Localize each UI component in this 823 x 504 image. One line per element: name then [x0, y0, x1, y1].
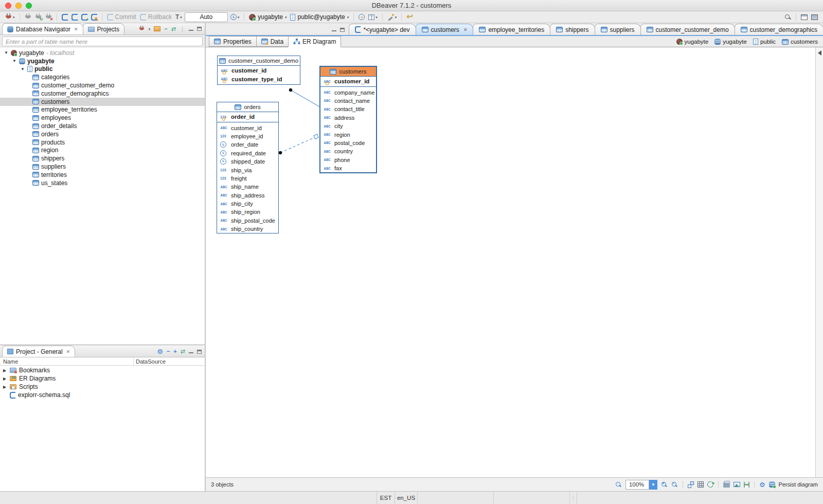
chevron-down-icon[interactable]: ▾	[149, 27, 151, 31]
minimize-view-icon[interactable]	[189, 350, 193, 353]
tree-item[interactable]: ▼ public	[0, 65, 205, 74]
tab-projects[interactable]: Projects	[83, 23, 124, 34]
table-filter-input[interactable]	[2, 37, 203, 46]
new-connection-button[interactable]: ▾	[4, 12, 16, 22]
search-button[interactable]	[783, 12, 792, 22]
editor-tab[interactable]: customers ✕	[416, 24, 474, 35]
er-diagram-canvas[interactable]: customer_customer_demo customer_id	[206, 47, 823, 477]
zoom-window-button[interactable]	[26, 3, 32, 9]
tab-project-general[interactable]: Project - General ✕	[2, 346, 75, 357]
zoom-out-icon[interactable]: −	[671, 481, 678, 488]
close-window-button[interactable]	[5, 3, 11, 9]
entity-column-row[interactable]: required_date	[217, 149, 278, 157]
connection-selector[interactable]: yugabyte▾	[248, 12, 288, 22]
minimize-view-icon[interactable]	[189, 27, 193, 31]
entity-column-row[interactable]: customer_id	[218, 66, 300, 75]
entity-header[interactable]: customer_customer_demo	[218, 56, 300, 66]
close-icon[interactable]: ✕	[463, 27, 468, 32]
maximize-view-icon[interactable]	[197, 27, 202, 31]
layout-button[interactable]: ▾	[367, 12, 379, 22]
tree-item[interactable]: ▼ products	[0, 138, 205, 147]
disclosure-triangle-icon[interactable]: ▼	[12, 59, 17, 63]
tree-item[interactable]: ▼ us_states	[0, 179, 205, 187]
disclosure-triangle-icon[interactable]: ▼	[4, 50, 9, 55]
editor-tab[interactable]: shippers ✕	[550, 24, 595, 35]
connect-button[interactable]	[24, 12, 32, 22]
editor-tab[interactable]: customer_demographics ✕	[735, 24, 823, 35]
transaction-log-button[interactable]: T▾	[174, 12, 183, 22]
link-icon[interactable]: ⇄	[181, 349, 185, 354]
disconnect-button[interactable]: ✕	[44, 12, 53, 22]
export-image-icon[interactable]	[733, 482, 740, 487]
entity-column-row[interactable]: postal_code	[320, 139, 376, 147]
tree-item[interactable]: ▼ customer_demographics	[0, 89, 205, 98]
add-icon[interactable]: +	[173, 349, 176, 354]
er-entity-customer-customer-demo[interactable]: customer_customer_demo customer_id	[217, 56, 300, 85]
editor-subtab[interactable]: Data	[256, 36, 289, 47]
dbeaver-perspective-button[interactable]	[810, 12, 819, 22]
tree-item[interactable]: ▼ orders	[0, 130, 205, 138]
zoom-level-value[interactable]: 100%	[625, 480, 649, 490]
maximize-view-icon[interactable]	[197, 350, 202, 354]
new-sql-editor-button[interactable]: +	[80, 12, 88, 22]
breadcrumb-item[interactable]: public	[753, 39, 776, 45]
column-header-datasource[interactable]: DataSource	[134, 357, 205, 365]
entity-column-row[interactable]: order_id	[217, 113, 278, 121]
search-items-icon[interactable]	[615, 481, 622, 488]
editor-subtab[interactable]: ER Diagram	[288, 36, 341, 47]
entity-column-row[interactable]: ship_postal_code	[217, 217, 278, 225]
editor-tab[interactable]: employee_territories ✕	[473, 24, 550, 35]
sql-editor-button[interactable]	[61, 12, 69, 22]
entity-column-row[interactable]: shipped_date	[217, 157, 278, 166]
er-entity-orders[interactable]: orders order_id	[217, 102, 279, 233]
entity-column-row[interactable]: ship_region	[217, 208, 278, 216]
project-tree-item[interactable]: ▶ explorr-schema.sql	[0, 391, 205, 399]
tree-item[interactable]: ▼ yugabyte	[0, 57, 205, 65]
tree-item[interactable]: ▼ customers	[0, 98, 205, 106]
breadcrumb-item[interactable]: yugabyte	[676, 39, 709, 45]
entity-column-row[interactable]: address	[320, 114, 376, 122]
commit-button[interactable]: Commit	[106, 12, 137, 22]
entity-column-row[interactable]: fax	[320, 164, 376, 172]
entity-column-row[interactable]: phone	[320, 156, 376, 164]
persist-diagram-icon[interactable]	[769, 481, 775, 488]
tree-item[interactable]: ▼ order_details	[0, 122, 205, 130]
collapse-all-icon[interactable]: −	[164, 26, 167, 32]
editor-tab[interactable]: *<yugabyte> dev ✕	[349, 24, 416, 35]
tree-item[interactable]: ▼ shippers	[0, 154, 205, 163]
toggle-grid-icon[interactable]	[697, 481, 704, 488]
recent-sql-editor-button[interactable]: →	[70, 12, 79, 22]
tree-item[interactable]: ▼ suppliers	[0, 163, 205, 171]
entity-header[interactable]: orders	[217, 102, 278, 112]
breadcrumb-item[interactable]: customers	[782, 39, 818, 45]
editor-tab[interactable]: suppliers ✕	[595, 24, 641, 35]
sql-format-button[interactable]: ▾	[386, 12, 398, 22]
palette-strip[interactable]	[815, 47, 823, 477]
minimize-window-button[interactable]	[15, 3, 22, 9]
disclosure-triangle-icon[interactable]: ▶	[3, 376, 7, 381]
open-perspective-button[interactable]	[800, 12, 809, 22]
entity-column-row[interactable]: freight	[217, 174, 278, 183]
disclosure-triangle-icon[interactable]: ▼	[21, 67, 25, 71]
entity-column-row[interactable]: employee_id	[217, 132, 278, 140]
zoom-in-icon[interactable]: +	[661, 481, 668, 488]
reconnect-button[interactable]: ↻	[34, 12, 43, 22]
tab-database-navigator[interactable]: Database Navigator ✕	[2, 23, 83, 34]
tree-item[interactable]: ▼ categories	[0, 73, 205, 81]
entity-column-row[interactable]: ship_address	[217, 191, 278, 200]
tree-item[interactable]: ▼ customer_customer_demo	[0, 81, 205, 89]
disclosure-triangle-icon[interactable]: ▶	[3, 385, 7, 389]
transaction-history-button[interactable]: ▾	[229, 12, 241, 22]
entity-column-row[interactable]: customer_type_id	[218, 75, 300, 83]
entity-column-row[interactable]: ship_country	[217, 225, 278, 233]
back-button[interactable]	[405, 12, 415, 22]
schema-selector[interactable]: public@yugabyte▾	[289, 12, 350, 22]
entity-column-row[interactable]: city	[320, 122, 376, 130]
entity-column-row[interactable]: contact_title	[320, 105, 376, 113]
tree-item[interactable]: ▼ yugabyte - localhost	[0, 49, 205, 57]
persist-diagram-label[interactable]: Persist diagram	[779, 481, 818, 488]
entity-column-row[interactable]: contact_name	[320, 97, 376, 105]
editor-tab[interactable]: customer_customer_demo ✕	[640, 24, 735, 35]
link-with-editor-icon[interactable]: ⇄	[171, 26, 176, 32]
commit-mode-combobox[interactable]: Auto	[185, 12, 228, 22]
